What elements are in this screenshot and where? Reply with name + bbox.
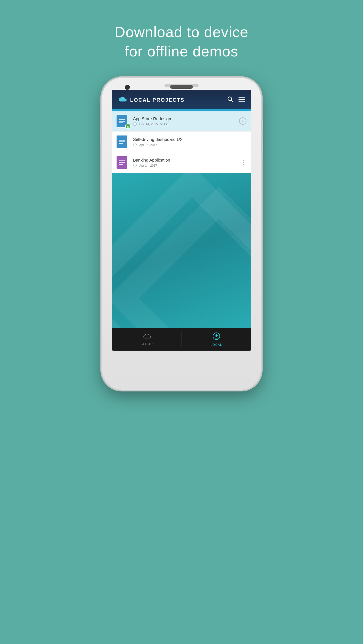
project-item[interactable]: App Store Redesign 🕐 Dec 14, 2015 564 kb… — [112, 111, 251, 132]
search-button[interactable] — [227, 96, 233, 104]
phone-shell: LOCAL PROJECTS — [102, 78, 261, 390]
cloud-tab-label: CLOUD — [140, 342, 153, 346]
cloud-tab-icon — [143, 333, 151, 341]
project-icon-wrap — [117, 135, 129, 148]
clock-icon: 🕐 — [133, 164, 137, 167]
tab-cloud[interactable]: CLOUD — [112, 328, 182, 351]
clock-icon: 🕐 — [133, 143, 137, 147]
project-doc-icon — [117, 135, 127, 148]
power-button-bottom — [261, 137, 263, 157]
tab-local[interactable]: LOCAL — [182, 328, 251, 351]
local-tab-label: LOCAL — [210, 343, 222, 346]
project-size: 564 kb — [160, 122, 169, 126]
project-meta: 🕐 Dec 14, 2015 564 kb — [133, 122, 239, 126]
main-content-area — [112, 173, 251, 328]
project-date: Apr 14, 2017 — [139, 164, 157, 167]
phone-top-bar — [102, 78, 261, 90]
project-icon-wrap — [117, 115, 129, 127]
project-doc-icon — [117, 156, 127, 169]
more-options-button[interactable]: ⋮ — [241, 138, 246, 145]
app-header: LOCAL PROJECTS — [112, 90, 251, 109]
local-tab-icon — [212, 332, 220, 342]
volume-button — [100, 129, 102, 143]
bottom-nav: CLOUD LOCAL — [112, 328, 251, 351]
camera-lens — [125, 85, 130, 90]
menu-button[interactable] — [239, 96, 245, 104]
project-name: App Store Redesign — [133, 116, 239, 121]
app-logo-cloud — [118, 96, 127, 105]
project-name: Banking Application — [133, 158, 241, 162]
svg-rect-4 — [239, 101, 245, 102]
svg-rect-2 — [239, 97, 245, 98]
svg-rect-3 — [239, 99, 245, 100]
info-button[interactable]: i — [239, 117, 246, 125]
more-options-button[interactable]: ⋮ — [241, 159, 246, 166]
project-info: Self-driving dashboard UX 🕐 Apr 14, 2017 — [133, 137, 241, 147]
project-date: Dec 14, 2015 — [139, 122, 158, 126]
project-info: App Store Redesign 🕐 Dec 14, 2015 564 kb — [133, 116, 239, 126]
header-actions — [227, 96, 245, 104]
header-left: LOCAL PROJECTS — [118, 96, 185, 105]
project-name: Self-driving dashboard UX — [133, 137, 241, 142]
project-meta: 🕐 Apr 14, 2017 — [133, 164, 241, 167]
clock-icon: 🕐 — [133, 122, 137, 126]
earpiece — [170, 85, 193, 89]
project-meta: 🕐 Apr 14, 2017 — [133, 143, 241, 147]
svg-line-1 — [231, 100, 233, 102]
page-headline: Download to device for offline demos — [115, 23, 248, 61]
project-item[interactable]: Self-driving dashboard UX 🕐 Apr 14, 2017… — [112, 132, 251, 152]
project-info: Banking Application 🕐 Apr 14, 2017 — [133, 158, 241, 167]
power-button-top — [261, 120, 263, 132]
phone-screen: LOCAL PROJECTS — [112, 90, 251, 351]
app-header-title: LOCAL PROJECTS — [130, 97, 185, 103]
project-icon-wrap — [117, 156, 129, 169]
project-item[interactable]: Banking Application 🕐 Apr 14, 2017 ⋮ — [112, 152, 251, 173]
project-list: App Store Redesign 🕐 Dec 14, 2015 564 kb… — [112, 111, 251, 173]
project-date: Apr 14, 2017 — [139, 143, 157, 147]
download-badge-icon — [125, 123, 131, 129]
